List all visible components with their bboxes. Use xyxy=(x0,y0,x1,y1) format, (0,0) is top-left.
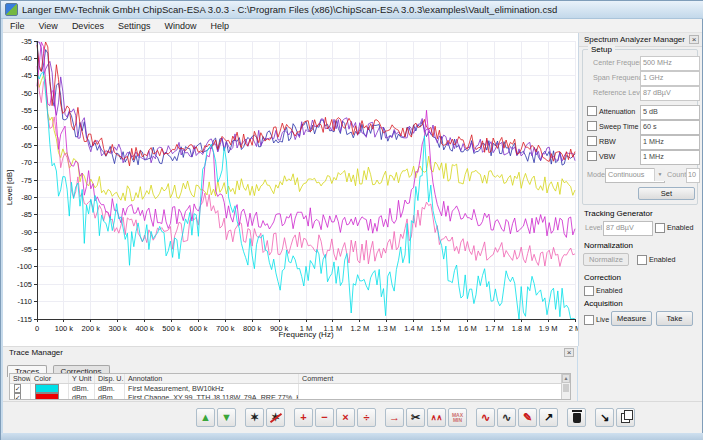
spectrum-view-button[interactable]: ∿ xyxy=(476,408,495,427)
sweep-time-field[interactable]: 60 s xyxy=(640,120,700,135)
setup-label: Setup xyxy=(588,45,615,54)
color-swatch[interactable] xyxy=(35,393,59,400)
set-button[interactable]: Set xyxy=(638,187,695,200)
y-tick-label: -45 xyxy=(21,71,32,80)
normalize-button[interactable]: Normalize xyxy=(583,253,629,266)
tracking-enabled-checkbox[interactable] xyxy=(655,223,665,233)
tracking-generator-label: Tracking Generator xyxy=(584,209,653,218)
panel-close-button[interactable]: × xyxy=(689,35,699,44)
subtract-traces-icon: − xyxy=(321,412,327,423)
max-min-button[interactable]: MAX MIN xyxy=(448,408,467,427)
divide-traces-button[interactable]: ÷ xyxy=(357,408,376,427)
table-row[interactable]: ✓dBm.dBm.First Change, XY 99, TTH J8 118… xyxy=(10,393,570,400)
max-min-icon: MAX MIN xyxy=(452,413,463,423)
mode-label: Mode xyxy=(587,170,605,179)
annotation-cell: First Change, XY 99, TTH J8 118W, 79A, R… xyxy=(125,393,299,400)
normalization-row: Normalize Enabled xyxy=(579,253,701,267)
duplicate-trace-button[interactable] xyxy=(616,408,635,427)
live-checkbox[interactable] xyxy=(584,315,594,325)
menu-settings[interactable]: Settings xyxy=(111,20,158,32)
attenuation-field[interactable]: 5 dB xyxy=(640,105,700,120)
scroll-up-icon[interactable]: ▲ xyxy=(562,374,570,383)
scrollbar-thumb[interactable] xyxy=(563,384,569,392)
sweep-time-row: Sweep Time60 s xyxy=(583,120,697,133)
rbw-field[interactable]: 1 MHz xyxy=(640,135,700,150)
shift-trace-button[interactable]: → xyxy=(385,408,404,427)
rbw-checkbox[interactable] xyxy=(587,136,597,146)
y-tick-label: -70 xyxy=(21,158,32,167)
highlight-off-button[interactable]: ✶ xyxy=(266,408,285,427)
peak-search-button[interactable]: ∧∧ xyxy=(427,408,446,427)
export-trace-icon: ↗ xyxy=(544,412,553,423)
trace-table-scrollbar[interactable]: ▲ xyxy=(561,374,570,399)
mode-value: Continuous xyxy=(608,170,644,179)
import-trace-button[interactable]: ↘ xyxy=(595,408,614,427)
disp-u-cell: dBm. xyxy=(95,384,125,393)
acquisition-row: Live Measure Take xyxy=(579,311,701,327)
spectrum-view-icon: ∿ xyxy=(481,412,490,423)
sweep-time-checkbox[interactable] xyxy=(587,121,597,131)
correction-enabled-checkbox[interactable] xyxy=(584,286,594,296)
y-tick-label: -80 xyxy=(21,193,32,202)
move-trace-up-button[interactable]: ▲ xyxy=(196,408,215,427)
chart-grid xyxy=(37,41,575,319)
menu-view[interactable]: View xyxy=(32,20,65,32)
menu-devices[interactable]: Devices xyxy=(65,20,111,32)
y-unit-cell: dBm. xyxy=(69,393,95,400)
y-tick-label: -60 xyxy=(21,123,32,132)
y-tick-label: -95 xyxy=(21,245,32,254)
annotation-cell: First Measurement, BW10kHz xyxy=(125,384,299,393)
level-field[interactable]: 87 dBµV xyxy=(603,221,653,236)
spectrum-inspect-button[interactable]: ∿ xyxy=(497,408,516,427)
trace-table-header: ShowColorY UnitDisp. U.AnnotationComment xyxy=(10,374,570,384)
spectrum-analyzer-panel: Spectrum Analyzer Manager × Setup Center… xyxy=(578,33,702,346)
cut-trace-button[interactable]: ✂ xyxy=(406,408,425,427)
multiply-traces-icon: × xyxy=(342,412,348,423)
count-field[interactable]: 10 xyxy=(686,168,700,183)
reference-level-row: Reference Level87 dBµV xyxy=(583,86,697,99)
correction-label: Correction xyxy=(584,273,621,282)
spectrum-chart: -35-40-45-50-55-60-65-70-75-80-85-90-95-… xyxy=(3,33,578,346)
vbw-label: VBW xyxy=(599,152,615,161)
spectrum-inspect-icon: ∿ xyxy=(502,412,511,423)
menu-window[interactable]: Window xyxy=(157,20,203,32)
vbw-field[interactable]: 1 MHz xyxy=(640,150,700,165)
tracking-generator-row: Level 87 dBµV Enabled xyxy=(579,221,701,235)
sweep-time-label: Sweep Time xyxy=(599,122,639,131)
show-checkbox[interactable]: ✓ xyxy=(14,384,21,393)
column-comment: Comment xyxy=(299,374,570,383)
menu-help[interactable]: Help xyxy=(203,20,236,32)
take-button[interactable]: Take xyxy=(656,311,693,326)
vbw-checkbox[interactable] xyxy=(587,151,597,161)
y-tick-label: -50 xyxy=(21,89,32,98)
chevron-down-icon[interactable]: ▼ xyxy=(654,168,665,181)
window-bottom-border xyxy=(1,433,703,440)
move-trace-down-button[interactable]: ▼ xyxy=(217,408,236,427)
color-swatch[interactable] xyxy=(35,384,59,393)
y-axis-title: Level [dB] xyxy=(5,158,14,218)
menu-file[interactable]: File xyxy=(3,20,32,32)
delete-trace-button[interactable] xyxy=(567,408,586,427)
center-frequency-row: Center Frequency500 MHz xyxy=(583,56,697,69)
highlight-trace-button[interactable]: ✶ xyxy=(245,408,264,427)
trace-manager-close-button[interactable]: × xyxy=(564,348,574,357)
add-traces-button[interactable]: + xyxy=(294,408,313,427)
edit-trace-button[interactable]: ✎ xyxy=(518,408,537,427)
mode-select[interactable]: Continuous ▼ xyxy=(605,168,665,183)
y-tick-label: -65 xyxy=(21,141,32,150)
multiply-traces-button[interactable]: × xyxy=(336,408,355,427)
attenuation-label: Attenuation xyxy=(599,107,635,116)
comment-cell xyxy=(299,393,570,400)
normalization-enabled-checkbox[interactable] xyxy=(637,255,647,265)
center-frequency-field: 500 MHz xyxy=(640,56,700,71)
y-tick-label: -110 xyxy=(18,297,32,306)
attenuation-checkbox[interactable] xyxy=(587,106,597,116)
show-checkbox[interactable]: ✓ xyxy=(14,393,21,400)
table-row[interactable]: ✓dBm.dBm.First Measurement, BW10kHz xyxy=(10,384,570,393)
export-trace-button[interactable]: ↗ xyxy=(539,408,558,427)
subtract-traces-button[interactable]: − xyxy=(315,408,334,427)
measure-button[interactable]: Measure xyxy=(611,311,652,326)
y-tick-label: -100 xyxy=(17,262,32,271)
chart-canvas: -35-40-45-50-55-60-65-70-75-80-85-90-95-… xyxy=(3,33,578,346)
live-label: Live xyxy=(596,315,609,324)
